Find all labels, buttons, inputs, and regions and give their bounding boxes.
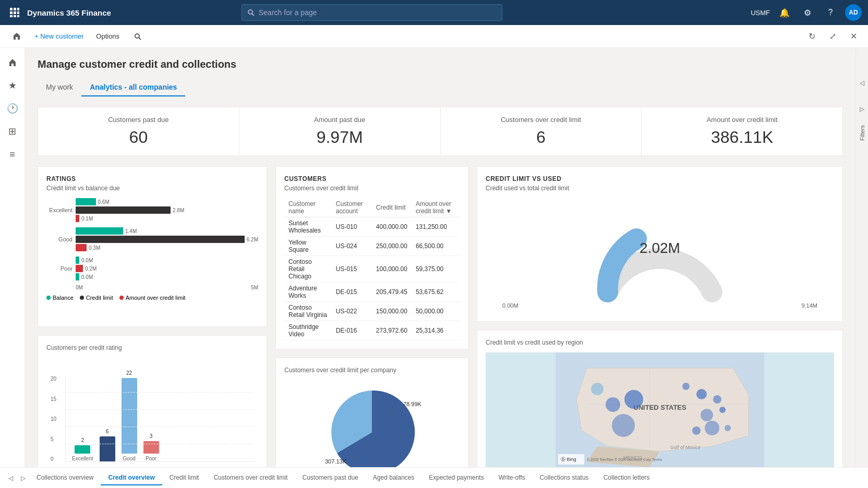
bottom-tab-next[interactable]: ▷	[17, 472, 29, 484]
rating-poor-label: Poor	[46, 265, 73, 272]
col-over[interactable]: Amount over credit limit ▼	[412, 198, 460, 217]
map-bubble-3	[612, 414, 635, 437]
help-icon[interactable]: ?	[822, 4, 839, 21]
legend-balance-dot	[46, 296, 51, 300]
summary-row: Customers past due 60 Amount past due 9.…	[38, 107, 843, 156]
nav-workspaces[interactable]: ⊞	[2, 121, 23, 142]
summary-amount-past-due: Amount past due 9.97M	[239, 107, 441, 155]
bottom-tab-item[interactable]: Collection letters	[596, 471, 657, 485]
bottom-tab-item[interactable]: Credit limit	[162, 471, 207, 485]
customers-panel: CUSTOMERS Customers over credit limit Cu…	[275, 166, 468, 349]
global-search[interactable]: Search for a page	[242, 4, 502, 21]
bar-poor	[143, 441, 159, 454]
map-bubble-10	[692, 426, 701, 435]
bing-logo: ⓑ Bing	[561, 457, 576, 462]
ratings-subtitle: Credit limit vs balance due	[46, 185, 258, 192]
new-customer-button[interactable]: + New customer	[29, 28, 89, 45]
poor-bar-1	[76, 257, 79, 264]
svg-line-10	[252, 14, 254, 16]
table-row[interactable]: Sunset Wholesales US-010 400,000.00 131,…	[284, 217, 460, 237]
svg-line-12	[139, 38, 141, 40]
good-bars: 1.4M 6.2M 0.3M	[76, 227, 258, 251]
legend-credit-dot	[80, 296, 84, 300]
bottom-tab-item[interactable]: Credit overview	[101, 471, 162, 485]
nav-recent[interactable]: 🕐	[2, 98, 23, 119]
per-company-panel: Customers over credit limit per company …	[275, 358, 468, 467]
bottom-tab-item[interactable]: Expected payments	[421, 471, 491, 485]
per-credit-subtitle: Customers per credit rating	[46, 344, 258, 351]
summary-label-3: Amount over credit limit	[654, 116, 830, 124]
bar-val-good-dark: 6	[106, 429, 109, 434]
cell-over: 50,000.00	[412, 302, 460, 321]
donut-min: 0.00M	[502, 302, 519, 309]
col-limit: Credit limit	[372, 198, 412, 217]
home-nav-icon[interactable]	[6, 26, 27, 47]
pie-label-demf: 307.13K	[325, 458, 347, 465]
tab-my-work[interactable]: My work	[38, 79, 81, 96]
map-panel: Credit limit vs credit used by region	[477, 330, 843, 467]
bottom-tab-item[interactable]: Collections overview	[29, 471, 101, 485]
cell-name: Yellow Square	[284, 237, 332, 256]
cell-limit: 400,000.00	[372, 217, 412, 237]
notifications-icon[interactable]: 🔔	[776, 4, 793, 21]
summary-value-3: 386.11K	[654, 128, 830, 147]
rating-poor-row: Poor 0.0M 0.2M	[46, 257, 258, 280]
bar-x-good: Good	[123, 456, 135, 461]
legend-credit-label: Credit limit	[86, 295, 113, 301]
waffle-menu[interactable]	[6, 4, 23, 21]
settings-icon[interactable]: ⚙	[799, 4, 816, 21]
options-button[interactable]: Options	[91, 28, 125, 45]
y-label-10: 10	[51, 416, 61, 422]
refresh-icon[interactable]: ↻	[803, 28, 820, 45]
ratings-title: RATINGS	[46, 175, 258, 182]
search-button[interactable]	[129, 28, 147, 45]
table-row[interactable]: Adventure Works DE-015 205,479.45 53,675…	[284, 283, 460, 302]
table-row[interactable]: Contoso Retail Chicago US-015 100,000.00…	[284, 256, 460, 283]
bar-good-dark	[100, 436, 115, 461]
table-row[interactable]: Southridge Video DE-016 273,972.60 25,31…	[284, 321, 460, 340]
table-row[interactable]: Contoso Retail Virginia US-022 150,000.0…	[284, 302, 460, 321]
bottom-tab-item[interactable]: Customers past due	[295, 471, 365, 485]
user-avatar[interactable]: AD	[845, 4, 862, 21]
per-company-subtitle: Customers over credit limit per company	[284, 367, 460, 374]
y-label-0: 0	[51, 456, 61, 462]
bottom-tab-prev[interactable]: ◁	[4, 472, 17, 484]
bottom-tabs-list: Collections overviewCredit overviewCredi…	[29, 471, 657, 485]
bottom-tab-bar: ◁ ▷ Collections overviewCredit overviewC…	[0, 467, 868, 488]
top-navigation: Dynamics 365 Finance Search for a page U…	[0, 0, 868, 25]
bottom-tab-item[interactable]: Customers over credit limit	[206, 471, 295, 485]
cell-account: US-010	[332, 217, 372, 237]
excellent-bars: 0.6M 2.8M 0.1M	[76, 198, 258, 222]
svg-rect-8	[17, 15, 19, 17]
svg-rect-2	[17, 8, 19, 10]
summary-label-2: Customers over credit limit	[453, 116, 629, 124]
poor-bar-2	[76, 265, 83, 272]
bottom-tab-item[interactable]: Write-offs	[491, 471, 533, 485]
bar-val-excellent: 2	[81, 437, 85, 443]
nav-favorites[interactable]: ★	[2, 75, 23, 96]
toolbar: + New customer Options ↻ ⤢ ✕	[0, 25, 868, 48]
summary-value-1: 9.97M	[252, 128, 428, 147]
bottom-tab-item[interactable]: Aged balances	[366, 471, 421, 485]
search-placeholder: Search for a page	[259, 8, 317, 17]
tab-analytics[interactable]: Analytics - all companies	[81, 79, 185, 96]
legend-over-label: Amount over credit limit	[126, 295, 186, 301]
summary-value-2: 6	[453, 128, 629, 147]
table-row[interactable]: Yellow Square US-024 250,000.00 66,500.0…	[284, 237, 460, 256]
close-icon[interactable]: ✕	[845, 28, 862, 45]
ratings-legend: Balance Credit limit Amount over credit …	[46, 295, 258, 301]
expand-icon[interactable]: ⤢	[824, 28, 841, 45]
bottom-tab-item[interactable]: Collections status	[533, 471, 596, 485]
nav-home[interactable]	[2, 52, 23, 73]
svg-point-9	[248, 10, 252, 14]
map-bubble-5	[713, 395, 721, 404]
summary-value-0: 60	[51, 128, 226, 147]
map-bubble-6	[719, 407, 726, 413]
rating-good-label: Good	[46, 236, 73, 242]
customers-over-credit-table: Customer name Customer account Credit li…	[284, 198, 460, 340]
bar-poor-col: 3 Poor	[143, 433, 159, 461]
bar-good-blue-col: 22 Good	[122, 370, 137, 461]
map-bubble-12	[591, 383, 604, 395]
nav-modules[interactable]: ≡	[2, 144, 23, 165]
view-tabs: My work Analytics - all companies	[38, 79, 843, 96]
